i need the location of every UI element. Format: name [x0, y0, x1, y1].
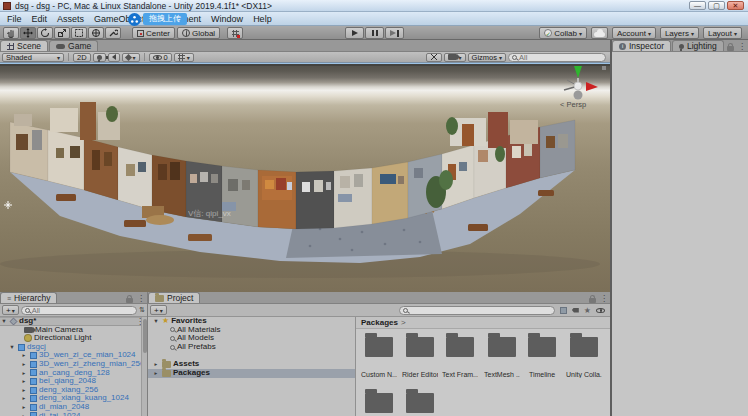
search-by-type-icon[interactable] [560, 307, 567, 314]
layout-dropdown[interactable]: Layout▾ [703, 27, 742, 39]
scene-search-field[interactable] [508, 53, 606, 62]
project-search-input[interactable] [410, 306, 551, 315]
hierarchy-scrollbar[interactable] [141, 317, 147, 416]
hierarchy-search-input[interactable] [32, 306, 133, 315]
pause-button[interactable] [365, 27, 384, 39]
editor-tools-button[interactable] [426, 53, 442, 62]
orientation-toggle-button[interactable]: Global [177, 27, 220, 39]
transform-tool-icon[interactable] [88, 27, 104, 39]
unity-editor-window: dsg - dsg - PC, Mac & Linux Standalone -… [0, 0, 748, 416]
prefab-icon [30, 361, 37, 368]
breadcrumb: Packages > [356, 317, 610, 329]
perspective-label[interactable]: < Persp [560, 100, 586, 109]
minimize-button[interactable]: — [689, 1, 706, 10]
close-button[interactable]: ✕ [727, 1, 744, 10]
account-dropdown[interactable]: Account▾ [612, 27, 656, 39]
step-button[interactable] [385, 27, 404, 39]
tab-scene[interactable]: Scene [0, 40, 48, 51]
folder-icon [162, 370, 171, 377]
star-icon: ★ [162, 317, 169, 326]
tab-lighting[interactable]: Lighting [672, 40, 724, 51]
search-icon [170, 327, 175, 332]
panel-menu-icon[interactable]: ⋮ [600, 294, 608, 303]
gizmo-center[interactable] [574, 82, 582, 90]
rotate-tool-icon[interactable] [37, 27, 53, 39]
info-icon [619, 43, 626, 50]
collab-button[interactable]: Collab▾ [539, 27, 587, 39]
grid-visibility-dropdown[interactable]: ▾ [174, 53, 194, 62]
package-folder[interactable] [402, 393, 438, 416]
scene-header-row[interactable]: ▼ dsg* ⋮ [0, 317, 147, 326]
project-folder-tree: ▼ ★ Favorites All Materials All Models A… [148, 317, 355, 416]
cloud-button[interactable] [591, 27, 608, 39]
pivot-toggle-button[interactable]: Center [132, 27, 175, 39]
folder-packages[interactable]: ▸ Packages [148, 369, 355, 378]
camera-settings-dropdown[interactable]: ▾ [444, 53, 466, 62]
move-tool-icon[interactable] [20, 27, 36, 39]
package-folder[interactable]: Text Fram... [442, 337, 478, 378]
tab-game[interactable]: Game [49, 40, 98, 51]
package-folder[interactable]: Unity Colla... [566, 337, 602, 378]
sort-icon[interactable]: ⇅ [139, 306, 145, 314]
effects-dropdown[interactable]: ▾ [122, 53, 140, 62]
lock-icon[interactable] [589, 298, 596, 303]
rect-tool-icon[interactable] [71, 27, 87, 39]
2d-toggle[interactable]: 2D [73, 53, 91, 62]
play-button[interactable] [345, 27, 364, 39]
lighting-toggle[interactable] [93, 53, 106, 62]
menu-assets[interactable]: Assets [52, 12, 89, 26]
favorite-all-prefabs[interactable]: All Prefabs [148, 343, 355, 352]
hidden-packages-icon[interactable] [596, 308, 605, 313]
gizmos-dropdown[interactable]: Gizmos▾ [468, 53, 506, 62]
hand-tool-icon[interactable] [3, 27, 19, 39]
lock-icon[interactable] [727, 46, 734, 51]
lock-icon[interactable] [126, 298, 133, 303]
menu-window[interactable]: Window [206, 12, 248, 26]
main-toolbar: Center Global Collab▾ Account▾ Layers▾ L… [0, 26, 748, 40]
package-folder[interactable]: Rider Editor [402, 337, 438, 378]
panel-menu-icon[interactable]: ⋮ [137, 294, 145, 303]
grid-snapping-button[interactable] [227, 27, 243, 39]
inspector-body [612, 52, 748, 416]
gizmo-z-axis[interactable] [574, 91, 583, 100]
project-search-field[interactable] [399, 306, 555, 315]
audio-toggle[interactable] [108, 53, 120, 62]
search-by-label-icon[interactable] [572, 308, 579, 313]
scene-visibility-toggle[interactable]: 0 [149, 53, 172, 62]
tab-hierarchy[interactable]: ≡Hierarchy [0, 292, 57, 303]
draw-mode-dropdown[interactable]: Shaded▾ [2, 53, 64, 62]
hierarchy-item[interactable]: ▸di_tai_1024 [0, 412, 147, 416]
panel-menu-icon[interactable]: ⋮ [738, 42, 746, 51]
camera-icon [448, 54, 457, 60]
app-icon [3, 2, 11, 10]
scene-search-input[interactable] [519, 53, 602, 62]
prefab-icon [30, 387, 37, 394]
scale-tool-icon[interactable] [54, 27, 70, 39]
project-tabstrip: Project ⋮ [148, 292, 610, 304]
package-folder[interactable]: Custom N... [361, 337, 397, 378]
pause-icon [372, 30, 378, 36]
scene-viewport[interactable]: V信: qipi_vx < Persp [0, 63, 610, 292]
tab-inspector[interactable]: Inspector [612, 40, 671, 51]
layers-dropdown[interactable]: Layers▾ [660, 27, 699, 39]
screen-recorder-upload-overlay[interactable]: 拖拽上传 [128, 12, 187, 26]
tab-project[interactable]: Project [148, 292, 200, 303]
project-content-area: Packages > Custom N... Rider Editor Text… [356, 317, 610, 416]
menu-file[interactable]: File [2, 12, 27, 26]
hierarchy-item-directional-light[interactable]: Directional Light [0, 334, 147, 343]
save-search-icon[interactable]: ★ [584, 306, 591, 315]
create-button[interactable]: +▾ [150, 305, 167, 315]
create-button[interactable]: +▾ [2, 305, 19, 315]
breadcrumb-folder[interactable]: Packages [361, 318, 398, 327]
restore-button[interactable]: ▢ [708, 1, 725, 10]
scene-asset-icon [10, 317, 18, 325]
package-folder[interactable]: TextMesh ... [484, 337, 520, 378]
custom-tool-icon[interactable] [105, 27, 121, 39]
menu-help[interactable]: Help [248, 12, 277, 26]
hierarchy-search-field[interactable] [21, 306, 137, 315]
hierarchy-tree: ▼ dsg* ⋮ Main Camera Directional Light ▼… [0, 317, 147, 416]
menu-edit[interactable]: Edit [27, 12, 53, 26]
play-icon [352, 30, 358, 36]
package-folder[interactable]: Timeline [524, 337, 560, 378]
package-folder[interactable] [361, 393, 397, 416]
